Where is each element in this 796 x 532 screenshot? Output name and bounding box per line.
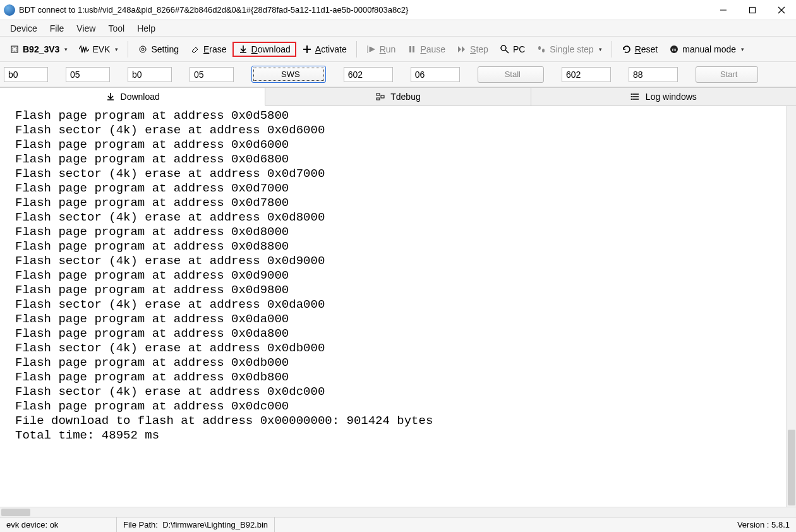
svg-point-10 <box>501 45 506 51</box>
val-d2-input[interactable] <box>629 67 678 82</box>
val-d1-input[interactable] <box>562 67 611 82</box>
stall-label: Stall <box>505 70 521 79</box>
title-bar: BDT connect to 1:usb#vid_248a&pid_8266#7… <box>0 0 796 20</box>
tab-label: Download <box>121 92 160 102</box>
file-path-label: File Path: <box>123 520 158 529</box>
version-label: Version : 5.8.1 <box>731 517 796 532</box>
separator <box>128 41 128 57</box>
status-bar: evk device: ok File Path: D:\firmware\Li… <box>0 517 796 532</box>
chevron-down-icon: ▾ <box>741 46 744 52</box>
svg-point-22 <box>630 99 632 100</box>
svg-point-6 <box>140 46 146 52</box>
pause-button[interactable]: Pause <box>401 42 451 57</box>
erase-icon <box>190 44 200 54</box>
stall-button[interactable]: Stall <box>478 66 544 83</box>
reload-icon <box>622 44 632 54</box>
svg-rect-9 <box>413 46 414 52</box>
run-button[interactable]: Run <box>361 42 402 57</box>
svg-rect-17 <box>377 94 380 95</box>
menu-help[interactable]: Help <box>131 22 162 35</box>
horizontal-scrollbar[interactable] <box>0 507 796 517</box>
window-title: BDT connect to 1:usb#vid_248a&pid_8266#7… <box>19 5 709 15</box>
chevron-down-icon: ▾ <box>115 46 118 52</box>
device-status: evk device: ok <box>0 517 117 532</box>
download-label: Download <box>251 44 291 54</box>
start-label: Start <box>720 70 737 79</box>
svg-rect-19 <box>381 95 384 98</box>
val-c1-input[interactable] <box>344 67 393 82</box>
start-button[interactable]: Start <box>696 66 758 83</box>
tab-label: Tdebug <box>390 92 420 102</box>
separator <box>356 41 357 57</box>
single-step-button[interactable]: Single step ▾ <box>531 42 607 57</box>
board-selector[interactable]: EVK ▾ <box>73 42 124 57</box>
scrollbar-thumb[interactable] <box>788 430 795 505</box>
manual-mode-label: manual mode <box>682 44 736 54</box>
sws-label: SWS <box>281 70 300 79</box>
svg-rect-1 <box>750 7 756 13</box>
manual-mode-button[interactable]: m manual mode ▾ <box>663 42 750 57</box>
tab-row: Download Tdebug Log windows <box>0 87 796 106</box>
file-path-value: D:\firmware\Lighting_B92.bin <box>162 520 268 529</box>
svg-point-20 <box>630 94 632 95</box>
tab-download[interactable]: Download <box>0 87 265 106</box>
setting-button[interactable]: Setting <box>132 42 184 57</box>
svg-rect-5 <box>13 47 16 51</box>
scrollbar-thumb[interactable] <box>1 509 30 516</box>
run-icon <box>366 44 377 54</box>
run-label: Run <box>380 44 396 54</box>
addr-b2-input[interactable] <box>190 67 234 82</box>
close-button[interactable] <box>767 0 796 20</box>
tab-label: Log windows <box>646 92 697 102</box>
search-icon <box>500 44 510 54</box>
step-label: Step <box>470 44 488 54</box>
activate-label: Activate <box>315 44 347 54</box>
download-button[interactable]: Download <box>232 42 296 57</box>
vertical-scrollbar[interactable] <box>786 106 796 507</box>
svg-text:m: m <box>672 47 677 52</box>
step-button[interactable]: Step <box>451 42 494 57</box>
debug-icon <box>375 92 385 102</box>
addr-a2-input[interactable] <box>66 67 110 82</box>
chevron-down-icon: ▾ <box>599 46 602 52</box>
menu-bar: Device File View Tool Help <box>0 20 796 37</box>
menu-view[interactable]: View <box>70 22 102 35</box>
chip-icon <box>9 44 20 54</box>
tab-tdebug[interactable]: Tdebug <box>265 87 531 106</box>
addr-b1-input[interactable] <box>128 67 172 82</box>
download-icon <box>238 44 248 54</box>
chevron-down-icon: ▾ <box>64 46 68 52</box>
app-icon <box>4 4 15 16</box>
sws-button[interactable]: SWS <box>251 66 326 83</box>
menu-file[interactable]: File <box>44 22 71 35</box>
addr-a1-input[interactable] <box>4 67 48 82</box>
menu-tool[interactable]: Tool <box>102 22 131 35</box>
toolbar: B92_3V3 ▾ EVK ▾ Setting Erase Download A… <box>0 37 796 62</box>
svg-point-21 <box>630 96 632 97</box>
pc-button[interactable]: PC <box>494 42 531 57</box>
reset-button[interactable]: Reset <box>616 42 664 57</box>
step-icon <box>457 44 467 54</box>
activate-button[interactable]: Activate <box>296 42 353 57</box>
val-c2-input[interactable] <box>411 67 460 82</box>
window-controls <box>709 0 796 20</box>
maximize-button[interactable] <box>738 0 767 20</box>
log-output: Flash page program at address 0x0d5800 F… <box>0 106 796 507</box>
log-panel: Flash page program at address 0x0d5800 F… <box>0 106 796 517</box>
svg-point-12 <box>538 46 541 50</box>
plus-icon <box>302 44 312 54</box>
pc-label: PC <box>513 44 525 54</box>
input-row: SWS Stall Start <box>0 62 796 87</box>
menu-device[interactable]: Device <box>4 22 44 35</box>
separator <box>612 41 612 57</box>
file-path-cell: File Path: D:\firmware\Lighting_B92.bin <box>117 517 275 532</box>
minimize-button[interactable] <box>709 0 738 20</box>
tab-log[interactable]: Log windows <box>531 87 796 106</box>
pause-label: Pause <box>420 44 445 54</box>
erase-button[interactable]: Erase <box>184 42 232 57</box>
chip-label: B92_3V3 <box>23 44 59 54</box>
svg-rect-8 <box>409 46 411 52</box>
chip-selector[interactable]: B92_3V3 ▾ <box>4 42 73 57</box>
download-icon <box>106 92 116 102</box>
svg-point-7 <box>142 48 144 51</box>
